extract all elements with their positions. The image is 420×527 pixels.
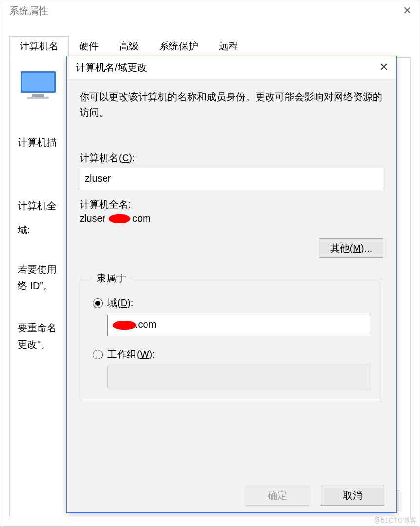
computer-name-domain-change-dialog: 计算机名/域更改 ✕ 你可以更改该计算机的名称和成员身份。更改可能会影响对网络资… [66,56,397,513]
redaction-mark [109,214,130,223]
computer-description-label: 计算机描 [18,136,57,149]
netid-text-line1: 若要使用 [18,263,57,276]
domain-input[interactable]: .com [107,315,370,336]
more-button[interactable]: 其他(M)... [319,238,383,258]
domain-label: 域: [18,224,30,237]
computer-name-input[interactable] [80,168,383,189]
modal-footer: 确定 取消 [67,478,396,512]
modal-cancel-button[interactable]: 取消 [321,485,384,506]
svg-rect-2 [32,94,44,97]
rename-text-line1: 要重命名 [18,321,57,335]
modal-ok-button: 确定 [246,485,309,506]
domain-radio-row[interactable]: 域(D): [93,296,370,310]
rename-text-line2: 更改"。 [18,338,50,351]
netid-text-line2: 络 ID"。 [18,279,53,293]
full-computer-name-value: zluser com [80,213,383,227]
computer-fullname-label: 计算机全 [18,199,57,212]
workgroup-radio-row[interactable]: 工作组(W): [93,348,370,361]
full-computer-name-label: 计算机全名: [80,198,383,211]
redaction-mark [113,321,136,330]
svg-rect-1 [22,73,54,91]
modal-title: 计算机名/域更改 [76,61,147,74]
close-icon[interactable]: ✕ [379,61,388,74]
close-icon[interactable]: ✕ [403,4,412,17]
parent-title: 系统属性 [9,4,48,18]
tab-system-protection[interactable]: 系统保护 [149,36,209,58]
tab-remote[interactable]: 远程 [209,36,249,58]
watermark: @51CTO博客 [374,516,417,525]
domain-radio-label: 域(D): [107,296,133,310]
svg-rect-3 [27,97,49,99]
tab-strip: 计算机名 硬件 高级 系统保护 远程 [9,36,411,58]
workgroup-input [107,366,371,388]
tab-computer-name[interactable]: 计算机名 [9,36,69,58]
parent-titlebar: 系统属性 ✕ [0,0,420,21]
workgroup-radio[interactable] [93,350,103,359]
tab-hardware[interactable]: 硬件 [69,36,109,58]
modal-body: 你可以更改该计算机的名称和成员身份。更改可能会影响对网络资源的访问。 计算机名(… [67,79,396,401]
domain-radio[interactable] [93,298,103,308]
computer-name-label: 计算机名(C): [80,151,383,165]
modal-description: 你可以更改该计算机的名称和成员身份。更改可能会影响对网络资源的访问。 [80,89,383,120]
member-of-group: 隶属于 域(D): .com 工作组(W): [81,272,382,401]
workgroup-radio-label: 工作组(W): [107,348,155,361]
monitor-icon [18,69,61,101]
modal-titlebar: 计算机名/域更改 ✕ [67,56,396,79]
tab-advanced[interactable]: 高级 [109,36,149,58]
member-of-legend: 隶属于 [93,272,130,285]
